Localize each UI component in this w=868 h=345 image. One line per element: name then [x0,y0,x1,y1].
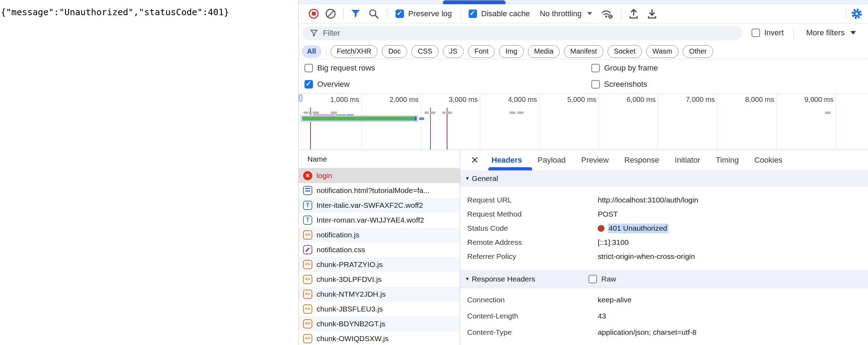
tab-initiator[interactable]: Initiator [675,156,700,165]
request-name: Inter-italic.var-SWFAXF2C.woff2 [317,201,423,210]
import-har-icon[interactable] [628,8,639,19]
header-value: [::1]:3100 [598,238,629,247]
overview-checkbox[interactable] [305,80,313,89]
ruler-tick: 9,000 ms [780,96,833,104]
chip-media[interactable]: Media [528,45,560,58]
header-value: 43 [598,312,606,320]
active-tab-indicator [488,167,532,170]
filter-toggle-icon[interactable] [351,9,361,18]
font-icon: T [303,201,312,210]
table-row[interactable]: T Inter-roman.var-WIJJYAE4.woff2 [299,213,460,228]
table-row[interactable]: <> chunk-PRATZYIO.js [299,257,460,272]
general-section-header[interactable]: ▼ General [460,171,868,186]
throttling-caret-icon[interactable] [587,12,592,15]
export-har-icon[interactable] [647,8,657,19]
chip-fetch-xhr[interactable]: Fetch/XHR [331,45,378,58]
response-headers-title: Response Headers [472,275,535,283]
table-row[interactable]: <> chunk-JBSFLEU3.js [299,302,460,316]
search-icon[interactable] [368,8,379,19]
header-row: Status Code 401 Unauthorized [467,221,698,235]
script-icon: <> [303,260,312,269]
more-filters-button[interactable]: More filters [806,28,856,37]
filter-input-box[interactable] [302,26,742,40]
table-row[interactable]: T Inter-italic.var-SWFAXF2C.woff2 [299,198,460,213]
preserve-log-checkbox[interactable] [396,10,404,18]
network-overview-timeline[interactable]: 1,000 ms 2,000 ms 3,000 ms 4,000 ms 5,00… [299,93,868,150]
header-key: Status Code [467,224,598,232]
big-request-rows-label: Big request rows [317,63,375,73]
waterfall-segment [446,111,452,114]
header-key: Content-Type [467,328,598,337]
chip-socket[interactable]: Socket [608,45,642,58]
request-name: notification.js [317,231,359,239]
request-name: chunk-JBSFLEU3.js [317,305,383,313]
font-icon: T [303,216,312,225]
chip-other[interactable]: Other [683,45,713,58]
document-icon [303,186,312,195]
divider [343,8,344,20]
table-row[interactable]: notification.html?tutorialMode=fa... [299,183,460,198]
devtools-tabstrip [299,0,868,4]
filter-funnel-icon [310,30,318,37]
page-json-body: {"message":"Unauthorized","statusCode":4… [1,7,229,17]
header-row: Content-Length 43 [467,308,697,324]
overview-window-handle[interactable] [299,94,302,102]
chip-doc[interactable]: Doc [382,45,407,58]
table-row[interactable]: <> chunk-3DLPFDVI.js [299,272,460,287]
tab-response[interactable]: Response [624,156,659,165]
throttling-select[interactable]: No throttling [540,9,582,18]
group-by-frame-checkbox[interactable] [591,64,600,72]
request-type-chips: All Fetch/XHR Doc CSS JS Font Img Media … [299,44,868,59]
header-row: Request URL http://localhost:3100/auth/l… [467,193,698,207]
record-stop-icon[interactable] [309,9,319,19]
waterfall-bar-cap [415,116,417,121]
divider [460,8,461,20]
network-conditions-icon[interactable] [601,8,614,19]
chip-css[interactable]: CSS [411,45,439,58]
chip-manifest[interactable]: Manifest [564,45,603,58]
chip-all[interactable]: All [302,45,321,58]
settings-gear-icon[interactable] [851,8,863,20]
table-row[interactable]: login [299,168,460,183]
table-row[interactable]: notification.css [299,242,460,257]
table-row[interactable]: <> chunk-OWIQDSXW.js [299,331,460,345]
screenshots-checkbox[interactable] [591,80,600,89]
request-name: chunk-3DLPFDVI.js [317,275,381,284]
raw-headers-checkbox[interactable] [589,275,597,283]
request-name: notification.html?tutorialMode=fa... [317,186,429,195]
disable-cache-checkbox[interactable] [469,10,477,18]
gridline [539,93,540,150]
tab-payload[interactable]: Payload [537,156,566,165]
disclosure-triangle-icon: ▼ [465,176,470,181]
status-error-dot-icon [598,225,604,232]
request-list: Name login notification.html?tutorialMod… [299,150,460,345]
filter-input[interactable] [323,29,711,38]
header-key: Content-Length [467,312,598,320]
table-row[interactable]: <> chunk-BDYNB2GT.js [299,316,460,331]
header-value: http://localhost:3100/auth/login [598,196,698,204]
header-value: application/json; charset=utf-8 [598,328,697,337]
chip-img[interactable]: Img [499,45,523,58]
chip-wasm[interactable]: Wasm [646,45,679,58]
table-row[interactable]: <> chunk-NTMY2JDH.js [299,287,460,302]
preserve-log-label: Preserve log [408,9,452,18]
tab-cookies[interactable]: Cookies [754,156,782,165]
ruler-tick: 8,000 ms [721,96,774,104]
big-request-rows-checkbox[interactable] [305,64,313,72]
response-headers-section-header[interactable]: ▼ Response Headers Raw [460,270,868,288]
chip-font[interactable]: Font [468,45,495,58]
waterfall-segment [517,111,524,114]
header-key: Referrer Policy [467,252,598,261]
screenshots-label: Screenshots [604,80,647,89]
tab-timing[interactable]: Timing [716,156,739,165]
tab-preview[interactable]: Preview [581,156,609,165]
header-row: Remote Address [::1]:3100 [467,235,698,249]
invert-checkbox[interactable] [752,29,760,37]
clear-network-log-icon[interactable] [326,9,336,19]
close-icon[interactable]: ✕ [471,156,479,165]
table-row[interactable]: <> notification.js [299,228,460,242]
tab-headers[interactable]: Headers [492,156,522,165]
name-column-header[interactable]: Name [299,150,460,168]
chip-js[interactable]: JS [443,45,464,58]
waterfall-segment [424,111,429,114]
